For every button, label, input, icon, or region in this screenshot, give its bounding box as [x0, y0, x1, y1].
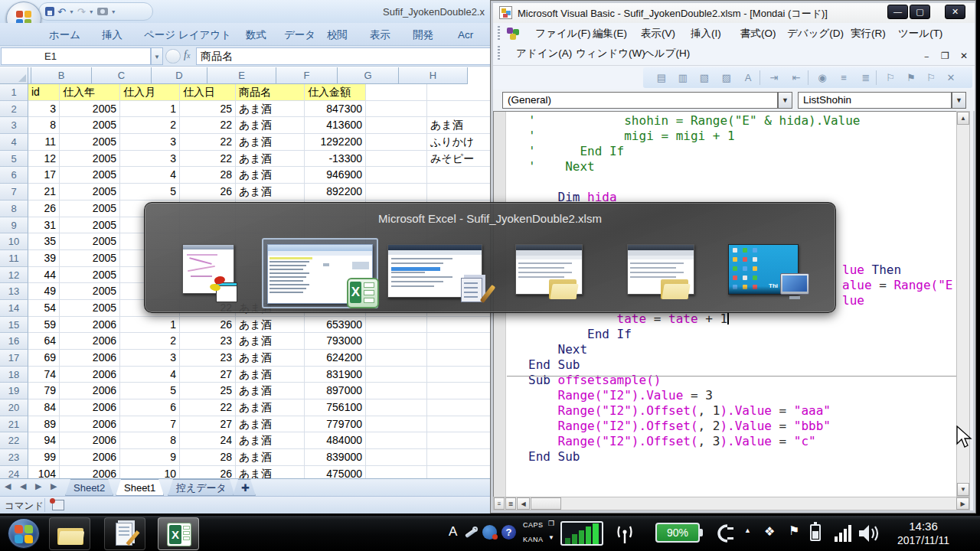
cell[interactable]: 2006 — [60, 317, 120, 334]
column-header-G[interactable]: G — [338, 67, 399, 84]
cell[interactable] — [366, 466, 427, 478]
tab-review[interactable]: 校閲 — [327, 27, 348, 44]
insert-function-icon[interactable]: fx — [184, 49, 190, 61]
cell[interactable]: 22 — [180, 399, 236, 416]
taskbar-excel-button[interactable]: X — [158, 517, 199, 550]
cell[interactable] — [366, 399, 427, 416]
toolbar-icon[interactable]: ✕ — [943, 70, 959, 85]
cell[interactable]: id — [28, 84, 60, 101]
row-number[interactable]: 13 — [0, 283, 28, 300]
cell[interactable]: 6 — [120, 399, 180, 416]
row-number[interactable]: 5 — [0, 151, 28, 168]
menu-tools[interactable]: ツール(T) — [898, 27, 942, 41]
cell[interactable]: 9 — [120, 449, 180, 466]
signal-meter-icon[interactable] — [560, 521, 603, 546]
menu-edit[interactable]: 編集(E) — [593, 27, 627, 41]
mdi-minimize-icon[interactable]: － — [922, 51, 931, 64]
cell[interactable]: 2006 — [60, 449, 120, 466]
cell[interactable]: 10 — [120, 466, 180, 478]
row-number[interactable]: 9 — [0, 217, 28, 234]
cell[interactable]: 59 — [28, 317, 60, 334]
cell[interactable]: 756100 — [305, 399, 366, 416]
cell[interactable]: 79 — [28, 383, 60, 399]
cell[interactable]: 26 — [180, 317, 236, 334]
cell[interactable]: 64 — [28, 333, 60, 350]
cell[interactable]: 25 — [180, 101, 236, 118]
toolbar-icon[interactable]: ≣ — [858, 70, 874, 85]
cell[interactable]: 28 — [180, 449, 236, 466]
toolbar-icon[interactable]: ⚐ — [923, 70, 939, 85]
action-center-flag-icon[interactable]: ⚑ — [789, 523, 799, 538]
language-icon[interactable] — [482, 525, 497, 540]
row-number[interactable]: 16 — [0, 333, 28, 350]
network-signal-icon[interactable] — [835, 523, 854, 542]
cell[interactable]: あま酒 — [236, 432, 305, 449]
cell[interactable]: 3 — [120, 151, 180, 168]
cell[interactable]: 2005 — [60, 201, 120, 217]
cell[interactable]: あま酒 — [236, 317, 305, 334]
cell[interactable]: 22 — [180, 117, 236, 134]
toolbar-icon[interactable]: ⚐ — [883, 70, 898, 85]
cell[interactable]: 2005 — [60, 101, 120, 118]
mdi-close-icon[interactable]: ✕ — [960, 51, 968, 61]
cell[interactable]: あま酒 — [236, 117, 305, 134]
cell[interactable]: あま酒 — [236, 134, 305, 151]
cell[interactable] — [427, 350, 496, 367]
tab-home[interactable]: ホーム — [49, 27, 80, 44]
cell[interactable]: 839000 — [305, 449, 366, 466]
row-number[interactable]: 10 — [0, 233, 28, 250]
cell[interactable]: 892200 — [305, 184, 366, 201]
procedure-dropdown-icon[interactable]: ▼ — [952, 92, 966, 109]
name-box-dropdown-icon[interactable]: ▼ — [151, 47, 163, 65]
menu-debug[interactable]: デバッグ(D) — [787, 27, 844, 41]
undo-dropdown-icon[interactable]: ▼ — [69, 9, 74, 15]
undo-icon[interactable]: ↶ — [57, 7, 66, 17]
column-header-D[interactable]: D — [152, 67, 207, 84]
toolbar-icon[interactable]: ▧ — [697, 70, 712, 85]
tab-acrobat[interactable]: Acr — [458, 27, 473, 44]
power-plug-icon[interactable] — [709, 523, 735, 544]
cell[interactable]: 1292200 — [305, 134, 366, 151]
tab-view[interactable]: 表示 — [370, 27, 390, 44]
cell[interactable] — [427, 416, 496, 433]
cell[interactable]: あま酒 — [236, 167, 305, 184]
toolbar-icon[interactable]: ≡ — [836, 70, 851, 85]
cell[interactable]: 11 — [28, 134, 60, 151]
battery-tray-icon[interactable] — [810, 524, 821, 541]
cell[interactable]: 2006 — [60, 333, 120, 350]
tab-insert[interactable]: 挿入 — [102, 27, 122, 44]
row-number[interactable]: 11 — [0, 250, 28, 267]
cell[interactable] — [366, 383, 427, 399]
cell[interactable]: 653900 — [305, 317, 366, 334]
cell[interactable]: 27 — [180, 416, 236, 433]
cell[interactable] — [427, 333, 496, 350]
ime-pad-icon[interactable]: ❐ — [548, 520, 554, 527]
cell[interactable]: 23 — [180, 333, 236, 350]
cell[interactable]: 仕入年 — [60, 84, 120, 101]
cell[interactable]: 74 — [28, 367, 60, 383]
row-number[interactable]: 15 — [0, 317, 28, 334]
cell[interactable]: 54 — [28, 300, 60, 317]
cell[interactable] — [366, 367, 427, 383]
cell[interactable]: あま酒 — [236, 350, 305, 367]
cell[interactable]: 28 — [180, 167, 236, 184]
cell[interactable]: 104 — [28, 466, 60, 478]
alt-tab-thumbnail-folder-window[interactable] — [515, 244, 583, 295]
cell[interactable]: あま酒 — [236, 333, 305, 350]
cell[interactable] — [366, 167, 427, 184]
cell[interactable]: 26 — [180, 466, 236, 478]
cell[interactable]: 5 — [120, 184, 180, 201]
cell[interactable]: 413600 — [305, 117, 366, 134]
quick-access-toolbar[interactable]: ↶▼ ↷▼ ▼ — [38, 2, 153, 21]
sheet-nav-prev-icon[interactable]: ◀ — [20, 481, 26, 491]
name-box[interactable]: E1 — [1, 47, 151, 65]
cell[interactable]: 26 — [28, 201, 60, 217]
cell[interactable]: -13300 — [305, 151, 366, 168]
row-number[interactable]: 4 — [0, 134, 28, 151]
scroll-thumb[interactable] — [531, 497, 561, 510]
ime-mode-icon[interactable]: A — [449, 524, 457, 540]
cell[interactable] — [366, 432, 427, 449]
redo-icon[interactable]: ↷ — [77, 7, 86, 17]
cell[interactable]: 22 — [180, 151, 236, 168]
toolbar-icon[interactable]: ⚑ — [903, 70, 919, 85]
